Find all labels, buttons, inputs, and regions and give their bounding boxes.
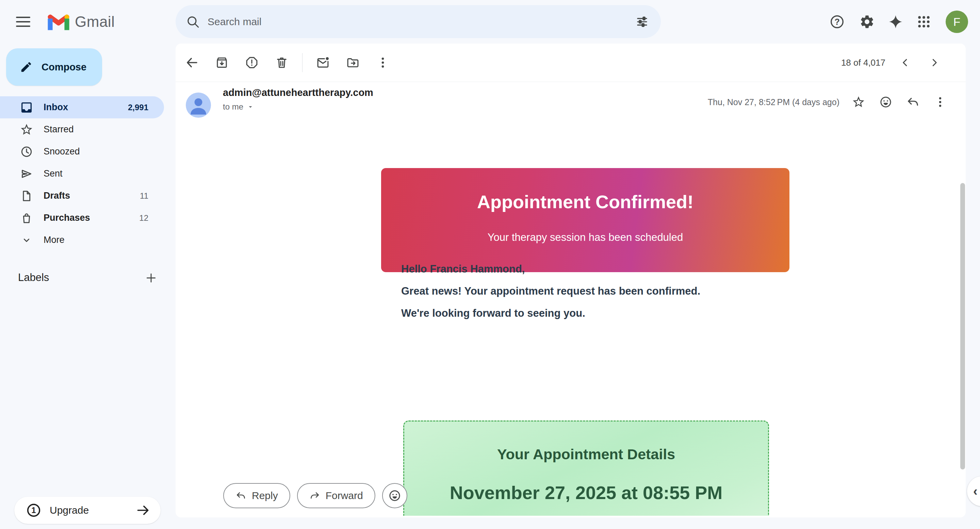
sidebar-item-inbox[interactable]: Inbox 2,991 [0, 96, 164, 118]
reply-actions: Reply Forward [223, 483, 407, 508]
upgrade-button[interactable]: 1 Upgrade [14, 497, 161, 524]
forward-button[interactable]: Forward [297, 483, 375, 508]
arrow-left-icon [185, 56, 199, 70]
search-bar[interactable]: Search mail [176, 5, 661, 38]
report-spam-icon [245, 56, 259, 70]
smiley-icon [388, 489, 401, 502]
smiley-icon [879, 95, 892, 109]
email-body: Appointment Confirmed! Your therapy sess… [381, 124, 789, 516]
pencil-icon [20, 60, 33, 73]
inbox-count: 2,991 [128, 103, 148, 112]
closing-line: We're looking forward to seeing you. [401, 302, 700, 324]
archive-button[interactable] [212, 53, 231, 72]
apps-button[interactable] [913, 11, 935, 33]
chevron-down-icon [19, 233, 34, 248]
svg-text:1: 1 [31, 505, 36, 515]
move-to-button[interactable] [343, 53, 363, 72]
scrollbar-thumb[interactable] [960, 183, 965, 469]
mark-unread-button[interactable] [313, 53, 332, 72]
shopping-bag-icon [19, 211, 34, 226]
sidebar-item-drafts[interactable]: Drafts 11 [0, 185, 164, 207]
labels-section: Labels [0, 266, 164, 289]
upgrade-label: Upgrade [50, 505, 89, 516]
compose-button[interactable]: Compose [6, 48, 102, 86]
send-icon [19, 166, 34, 181]
kebab-icon [375, 56, 390, 70]
sidebar-item-starred[interactable]: Starred [0, 118, 164, 140]
compose-label: Compose [41, 62, 86, 73]
mail-pane: 18 of 4,017 admin@attunehearttherapy.com… [176, 44, 966, 518]
top-bar: Gmail Search mail ? [0, 0, 980, 44]
recipient-line[interactable]: to me [223, 102, 254, 111]
search-icon[interactable] [186, 14, 200, 29]
help-icon: ? [834, 17, 840, 27]
labels-heading: Labels [18, 272, 49, 284]
message-more-button[interactable] [931, 92, 950, 111]
more-options-button[interactable] [373, 53, 392, 72]
sidebar-item-more[interactable]: More [0, 229, 164, 251]
main-menu-button[interactable] [13, 11, 33, 32]
chevron-left-icon [899, 56, 911, 69]
gear-icon [859, 14, 875, 30]
add-reaction-button[interactable] [382, 483, 407, 508]
inbox-icon [19, 100, 34, 115]
details-datetime: November 27, 2025 at 08:55 PM [404, 482, 768, 503]
drafts-count: 11 [140, 191, 148, 201]
archive-icon [215, 56, 229, 70]
appointment-details-card: Your Appointment Details November 27, 20… [403, 421, 769, 516]
email-banner: Appointment Confirmed! Your therapy sess… [381, 168, 789, 272]
forward-icon [309, 490, 320, 501]
avatar-initial: F [953, 15, 961, 29]
banner-subtitle: Your therapy session has been scheduled [381, 231, 789, 243]
report-spam-button[interactable] [242, 53, 261, 72]
mail-unread-icon [316, 56, 330, 70]
search-input[interactable]: Search mail [208, 16, 635, 27]
help-button[interactable]: ? [826, 11, 848, 33]
back-button[interactable] [182, 53, 202, 72]
email-header: admin@attunehearttherapy.com to me Thu, … [176, 82, 966, 131]
gmail-wordmark: Gmail [75, 13, 115, 30]
gmail-logo[interactable]: Gmail [48, 0, 115, 44]
star-icon [19, 122, 34, 137]
draft-icon [19, 189, 34, 203]
collapse-chevron-icon: ‹ [973, 484, 978, 499]
settings-button[interactable] [856, 11, 878, 33]
chevron-right-icon [928, 56, 940, 69]
message-position: 18 of 4,017 [841, 57, 885, 68]
plus-icon [144, 271, 158, 285]
apps-grid-icon [916, 14, 931, 29]
star-message-button[interactable] [849, 92, 868, 111]
sidebar-item-snoozed[interactable]: Snoozed [0, 140, 164, 163]
reply-icon-button[interactable] [904, 92, 923, 111]
toolbar-divider [302, 53, 302, 72]
sidebar-item-purchases[interactable]: Purchases 12 [0, 207, 164, 229]
reply-button[interactable]: Reply [223, 483, 290, 508]
sender-avatar[interactable] [186, 92, 211, 118]
sender-email[interactable]: admin@attunehearttherapy.com [223, 87, 373, 98]
newer-button[interactable] [896, 53, 915, 72]
details-dropdown-icon[interactable] [247, 103, 254, 111]
appointment-details-clip: Your Appointment Details November 27, 20… [403, 421, 771, 516]
person-icon [186, 92, 211, 118]
gemini-button[interactable] [885, 11, 907, 33]
email-date: Thu, Nov 27, 8:52 PM (4 days ago) [708, 97, 840, 107]
trash-icon [275, 56, 289, 70]
search-options-icon[interactable] [635, 14, 649, 29]
emoji-reaction-button[interactable] [876, 92, 895, 111]
email-text: Hello Francis Hammond, Great news! Your … [401, 258, 700, 324]
sidebar-item-sent[interactable]: Sent [0, 163, 164, 185]
purchases-count: 12 [139, 213, 148, 223]
older-button[interactable] [925, 53, 944, 72]
folder-move-icon [346, 56, 360, 70]
google-one-icon: 1 [26, 502, 41, 518]
sidebar: Compose Inbox 2,991 Starred Snoozed [0, 44, 175, 529]
collapse-panel-button[interactable]: ‹ [967, 476, 980, 506]
reply-icon [906, 95, 920, 109]
account-avatar[interactable]: F [946, 11, 968, 33]
delete-button[interactable] [272, 53, 291, 72]
hamburger-icon [16, 17, 30, 18]
create-label-button[interactable] [142, 269, 160, 287]
banner-title: Appointment Confirmed! [381, 191, 789, 212]
reply-icon [235, 490, 247, 501]
message-toolbar: 18 of 4,017 [176, 44, 966, 82]
